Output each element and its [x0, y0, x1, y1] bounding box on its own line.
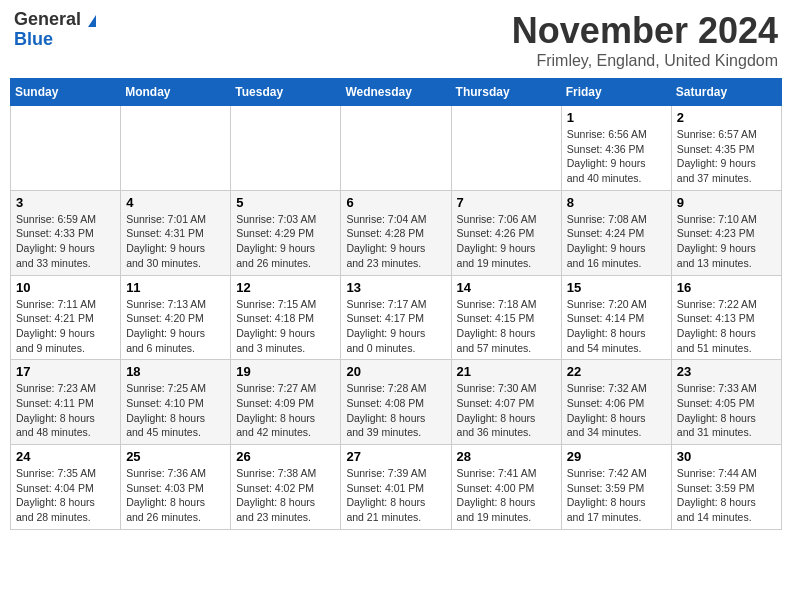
calendar-week-row: 17Sunrise: 7:23 AMSunset: 4:11 PMDayligh… [11, 360, 782, 445]
calendar-cell: 15Sunrise: 7:20 AMSunset: 4:14 PMDayligh… [561, 275, 671, 360]
weekday-header: Friday [561, 79, 671, 106]
calendar-week-row: 24Sunrise: 7:35 AMSunset: 4:04 PMDayligh… [11, 445, 782, 530]
calendar-cell [451, 106, 561, 191]
calendar-cell: 22Sunrise: 7:32 AMSunset: 4:06 PMDayligh… [561, 360, 671, 445]
calendar-cell: 2Sunrise: 6:57 AMSunset: 4:35 PMDaylight… [671, 106, 781, 191]
day-number: 21 [457, 364, 556, 379]
day-info: Sunrise: 7:33 AMSunset: 4:05 PMDaylight:… [677, 381, 776, 440]
calendar-cell: 11Sunrise: 7:13 AMSunset: 4:20 PMDayligh… [121, 275, 231, 360]
day-number: 5 [236, 195, 335, 210]
day-info: Sunrise: 7:35 AMSunset: 4:04 PMDaylight:… [16, 466, 115, 525]
day-info: Sunrise: 7:32 AMSunset: 4:06 PMDaylight:… [567, 381, 666, 440]
calendar-cell: 19Sunrise: 7:27 AMSunset: 4:09 PMDayligh… [231, 360, 341, 445]
calendar-week-row: 1Sunrise: 6:56 AMSunset: 4:36 PMDaylight… [11, 106, 782, 191]
calendar-cell: 25Sunrise: 7:36 AMSunset: 4:03 PMDayligh… [121, 445, 231, 530]
calendar-cell: 3Sunrise: 6:59 AMSunset: 4:33 PMDaylight… [11, 190, 121, 275]
calendar-week-row: 10Sunrise: 7:11 AMSunset: 4:21 PMDayligh… [11, 275, 782, 360]
day-number: 18 [126, 364, 225, 379]
day-number: 6 [346, 195, 445, 210]
day-info: Sunrise: 7:41 AMSunset: 4:00 PMDaylight:… [457, 466, 556, 525]
day-number: 28 [457, 449, 556, 464]
weekday-header: Thursday [451, 79, 561, 106]
day-info: Sunrise: 7:27 AMSunset: 4:09 PMDaylight:… [236, 381, 335, 440]
day-info: Sunrise: 7:10 AMSunset: 4:23 PMDaylight:… [677, 212, 776, 271]
day-info: Sunrise: 7:08 AMSunset: 4:24 PMDaylight:… [567, 212, 666, 271]
calendar-cell [341, 106, 451, 191]
day-number: 9 [677, 195, 776, 210]
calendar-cell: 14Sunrise: 7:18 AMSunset: 4:15 PMDayligh… [451, 275, 561, 360]
calendar-cell: 5Sunrise: 7:03 AMSunset: 4:29 PMDaylight… [231, 190, 341, 275]
day-number: 15 [567, 280, 666, 295]
day-number: 8 [567, 195, 666, 210]
day-info: Sunrise: 7:28 AMSunset: 4:08 PMDaylight:… [346, 381, 445, 440]
month-title: November 2024 [512, 10, 778, 52]
calendar-cell: 7Sunrise: 7:06 AMSunset: 4:26 PMDaylight… [451, 190, 561, 275]
day-info: Sunrise: 6:56 AMSunset: 4:36 PMDaylight:… [567, 127, 666, 186]
day-info: Sunrise: 6:57 AMSunset: 4:35 PMDaylight:… [677, 127, 776, 186]
day-number: 3 [16, 195, 115, 210]
day-info: Sunrise: 7:13 AMSunset: 4:20 PMDaylight:… [126, 297, 225, 356]
day-info: Sunrise: 7:38 AMSunset: 4:02 PMDaylight:… [236, 466, 335, 525]
location-text: Frimley, England, United Kingdom [512, 52, 778, 70]
day-info: Sunrise: 7:03 AMSunset: 4:29 PMDaylight:… [236, 212, 335, 271]
logo-general-text: General [14, 9, 81, 29]
calendar-cell [11, 106, 121, 191]
calendar-cell: 27Sunrise: 7:39 AMSunset: 4:01 PMDayligh… [341, 445, 451, 530]
weekday-header: Tuesday [231, 79, 341, 106]
day-number: 2 [677, 110, 776, 125]
day-info: Sunrise: 7:23 AMSunset: 4:11 PMDaylight:… [16, 381, 115, 440]
calendar-cell: 8Sunrise: 7:08 AMSunset: 4:24 PMDaylight… [561, 190, 671, 275]
calendar-cell: 29Sunrise: 7:42 AMSunset: 3:59 PMDayligh… [561, 445, 671, 530]
calendar-cell: 23Sunrise: 7:33 AMSunset: 4:05 PMDayligh… [671, 360, 781, 445]
calendar-cell: 21Sunrise: 7:30 AMSunset: 4:07 PMDayligh… [451, 360, 561, 445]
day-number: 20 [346, 364, 445, 379]
calendar-cell: 16Sunrise: 7:22 AMSunset: 4:13 PMDayligh… [671, 275, 781, 360]
day-number: 4 [126, 195, 225, 210]
day-info: Sunrise: 7:04 AMSunset: 4:28 PMDaylight:… [346, 212, 445, 271]
day-info: Sunrise: 7:22 AMSunset: 4:13 PMDaylight:… [677, 297, 776, 356]
day-info: Sunrise: 7:18 AMSunset: 4:15 PMDaylight:… [457, 297, 556, 356]
day-info: Sunrise: 7:17 AMSunset: 4:17 PMDaylight:… [346, 297, 445, 356]
day-number: 24 [16, 449, 115, 464]
calendar-week-row: 3Sunrise: 6:59 AMSunset: 4:33 PMDaylight… [11, 190, 782, 275]
weekday-header: Saturday [671, 79, 781, 106]
calendar-cell: 30Sunrise: 7:44 AMSunset: 3:59 PMDayligh… [671, 445, 781, 530]
day-number: 19 [236, 364, 335, 379]
weekday-header: Wednesday [341, 79, 451, 106]
calendar-cell: 24Sunrise: 7:35 AMSunset: 4:04 PMDayligh… [11, 445, 121, 530]
calendar-cell: 6Sunrise: 7:04 AMSunset: 4:28 PMDaylight… [341, 190, 451, 275]
day-info: Sunrise: 7:42 AMSunset: 3:59 PMDaylight:… [567, 466, 666, 525]
day-number: 17 [16, 364, 115, 379]
logo-blue-text: Blue [14, 30, 96, 50]
day-number: 25 [126, 449, 225, 464]
calendar-table: SundayMondayTuesdayWednesdayThursdayFrid… [10, 78, 782, 530]
calendar-cell: 12Sunrise: 7:15 AMSunset: 4:18 PMDayligh… [231, 275, 341, 360]
calendar-header-row: SundayMondayTuesdayWednesdayThursdayFrid… [11, 79, 782, 106]
weekday-header: Sunday [11, 79, 121, 106]
day-number: 30 [677, 449, 776, 464]
title-block: November 2024 Frimley, England, United K… [512, 10, 778, 70]
calendar-cell [231, 106, 341, 191]
weekday-header: Monday [121, 79, 231, 106]
day-number: 29 [567, 449, 666, 464]
day-number: 1 [567, 110, 666, 125]
day-info: Sunrise: 7:20 AMSunset: 4:14 PMDaylight:… [567, 297, 666, 356]
day-number: 26 [236, 449, 335, 464]
day-info: Sunrise: 7:01 AMSunset: 4:31 PMDaylight:… [126, 212, 225, 271]
day-info: Sunrise: 7:11 AMSunset: 4:21 PMDaylight:… [16, 297, 115, 356]
day-info: Sunrise: 7:30 AMSunset: 4:07 PMDaylight:… [457, 381, 556, 440]
calendar-cell: 9Sunrise: 7:10 AMSunset: 4:23 PMDaylight… [671, 190, 781, 275]
calendar-cell: 20Sunrise: 7:28 AMSunset: 4:08 PMDayligh… [341, 360, 451, 445]
day-number: 10 [16, 280, 115, 295]
day-number: 16 [677, 280, 776, 295]
calendar-cell [121, 106, 231, 191]
page-header: General Blue November 2024 Frimley, Engl… [10, 10, 782, 70]
day-info: Sunrise: 7:06 AMSunset: 4:26 PMDaylight:… [457, 212, 556, 271]
calendar-cell: 13Sunrise: 7:17 AMSunset: 4:17 PMDayligh… [341, 275, 451, 360]
day-info: Sunrise: 7:15 AMSunset: 4:18 PMDaylight:… [236, 297, 335, 356]
calendar-cell: 28Sunrise: 7:41 AMSunset: 4:00 PMDayligh… [451, 445, 561, 530]
day-number: 13 [346, 280, 445, 295]
calendar-cell: 26Sunrise: 7:38 AMSunset: 4:02 PMDayligh… [231, 445, 341, 530]
day-number: 27 [346, 449, 445, 464]
day-number: 7 [457, 195, 556, 210]
